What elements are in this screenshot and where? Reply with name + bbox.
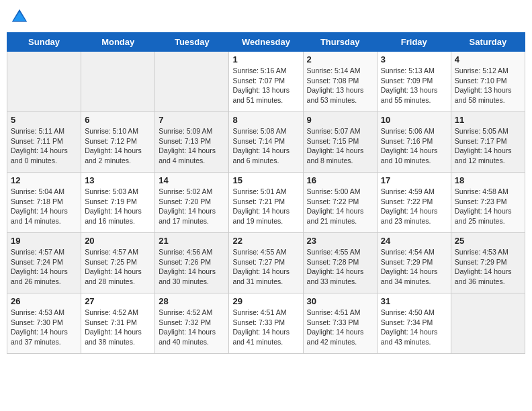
calendar-table: SundayMondayTuesdayWednesdayThursdayFrid… (7, 32, 525, 354)
day-info: Sunrise: 4:54 AMSunset: 7:29 PMDaylight:… (381, 247, 447, 287)
day-info: Sunrise: 5:05 AMSunset: 7:17 PMDaylight:… (455, 126, 521, 166)
day-number: 2 (307, 54, 373, 64)
day-info: Sunrise: 5:14 AMSunset: 7:08 PMDaylight:… (307, 66, 373, 105)
calendar-cell: 7Sunrise: 5:09 AMSunset: 7:13 PMDaylight… (155, 112, 229, 173)
day-number: 19 (11, 236, 77, 246)
weekday-header: Friday (377, 33, 451, 52)
calendar-cell: 29Sunrise: 4:51 AMSunset: 7:33 PMDayligh… (229, 293, 303, 354)
calendar-cell: 26Sunrise: 4:53 AMSunset: 7:30 PMDayligh… (7, 293, 81, 354)
day-info: Sunrise: 4:57 AMSunset: 7:25 PMDaylight:… (85, 247, 151, 287)
day-number: 10 (381, 115, 447, 125)
day-number: 13 (85, 175, 151, 185)
calendar-cell: 16Sunrise: 5:00 AMSunset: 7:22 PMDayligh… (303, 173, 377, 233)
day-info: Sunrise: 5:00 AMSunset: 7:22 PMDaylight:… (307, 187, 373, 226)
day-number: 7 (159, 115, 225, 125)
calendar-cell: 15Sunrise: 5:01 AMSunset: 7:21 PMDayligh… (229, 173, 303, 233)
day-number: 12 (11, 175, 77, 185)
calendar-week-row: 5Sunrise: 5:11 AMSunset: 7:11 PMDaylight… (7, 112, 525, 173)
weekday-header: Sunday (7, 33, 81, 52)
day-number: 16 (307, 175, 373, 185)
calendar-cell: 4Sunrise: 5:12 AMSunset: 7:10 PMDaylight… (451, 52, 525, 112)
day-info: Sunrise: 4:59 AMSunset: 7:22 PMDaylight:… (381, 187, 447, 226)
calendar-cell: 30Sunrise: 4:51 AMSunset: 7:33 PMDayligh… (303, 293, 377, 354)
day-info: Sunrise: 4:55 AMSunset: 7:27 PMDaylight:… (232, 247, 299, 287)
logo-icon (9, 7, 30, 27)
day-info: Sunrise: 5:07 AMSunset: 7:15 PMDaylight:… (307, 126, 373, 166)
calendar-cell (155, 52, 229, 112)
calendar-cell: 22Sunrise: 4:55 AMSunset: 7:27 PMDayligh… (229, 233, 303, 293)
calendar-cell: 23Sunrise: 4:55 AMSunset: 7:28 PMDayligh… (303, 233, 377, 293)
day-number: 30 (307, 296, 373, 306)
day-number: 15 (232, 175, 299, 185)
day-info: Sunrise: 4:57 AMSunset: 7:24 PMDaylight:… (11, 247, 77, 287)
calendar-cell (81, 52, 155, 112)
calendar-cell: 31Sunrise: 4:50 AMSunset: 7:34 PMDayligh… (377, 293, 451, 354)
calendar-week-row: 26Sunrise: 4:53 AMSunset: 7:30 PMDayligh… (7, 293, 525, 354)
day-number: 24 (381, 236, 447, 246)
weekday-header: Thursday (303, 33, 377, 52)
calendar-week-row: 19Sunrise: 4:57 AMSunset: 7:24 PMDayligh… (7, 233, 525, 293)
calendar-header-row: SundayMondayTuesdayWednesdayThursdayFrid… (7, 33, 525, 52)
day-number: 25 (455, 236, 521, 246)
calendar-cell (7, 52, 81, 112)
calendar-cell: 13Sunrise: 5:03 AMSunset: 7:19 PMDayligh… (81, 173, 155, 233)
day-info: Sunrise: 4:58 AMSunset: 7:23 PMDaylight:… (455, 187, 521, 226)
calendar-week-row: 1Sunrise: 5:16 AMSunset: 7:07 PMDaylight… (7, 52, 525, 112)
day-number: 8 (232, 115, 299, 125)
calendar-cell: 3Sunrise: 5:13 AMSunset: 7:09 PMDaylight… (377, 52, 451, 112)
day-info: Sunrise: 5:03 AMSunset: 7:19 PMDaylight:… (85, 187, 151, 226)
day-info: Sunrise: 4:52 AMSunset: 7:32 PMDaylight:… (159, 308, 225, 347)
weekday-header: Wednesday (229, 33, 303, 52)
day-number: 11 (455, 115, 521, 125)
day-number: 27 (85, 296, 151, 306)
day-number: 1 (232, 54, 299, 64)
day-number: 22 (232, 236, 299, 246)
calendar-cell: 24Sunrise: 4:54 AMSunset: 7:29 PMDayligh… (377, 233, 451, 293)
calendar-cell: 10Sunrise: 5:06 AMSunset: 7:16 PMDayligh… (377, 112, 451, 173)
calendar-cell: 12Sunrise: 5:04 AMSunset: 7:18 PMDayligh… (7, 173, 81, 233)
day-number: 9 (307, 115, 373, 125)
day-number: 26 (11, 296, 77, 306)
calendar-week-row: 12Sunrise: 5:04 AMSunset: 7:18 PMDayligh… (7, 173, 525, 233)
day-number: 21 (159, 236, 225, 246)
day-number: 28 (159, 296, 225, 306)
calendar-cell: 6Sunrise: 5:10 AMSunset: 7:12 PMDaylight… (81, 112, 155, 173)
day-number: 17 (381, 175, 447, 185)
day-info: Sunrise: 5:12 AMSunset: 7:10 PMDaylight:… (455, 66, 521, 105)
day-info: Sunrise: 5:01 AMSunset: 7:21 PMDaylight:… (232, 187, 299, 226)
day-info: Sunrise: 5:04 AMSunset: 7:18 PMDaylight:… (11, 187, 77, 226)
day-info: Sunrise: 4:50 AMSunset: 7:34 PMDaylight:… (381, 308, 447, 347)
calendar-cell: 17Sunrise: 4:59 AMSunset: 7:22 PMDayligh… (377, 173, 451, 233)
day-info: Sunrise: 5:10 AMSunset: 7:12 PMDaylight:… (85, 126, 151, 166)
day-info: Sunrise: 4:55 AMSunset: 7:28 PMDaylight:… (307, 247, 373, 287)
logo (9, 7, 32, 27)
day-info: Sunrise: 4:53 AMSunset: 7:29 PMDaylight:… (455, 247, 521, 287)
calendar-cell: 20Sunrise: 4:57 AMSunset: 7:25 PMDayligh… (81, 233, 155, 293)
day-number: 29 (232, 296, 299, 306)
calendar-cell: 9Sunrise: 5:07 AMSunset: 7:15 PMDaylight… (303, 112, 377, 173)
weekday-header: Monday (81, 33, 155, 52)
calendar-cell: 28Sunrise: 4:52 AMSunset: 7:32 PMDayligh… (155, 293, 229, 354)
calendar-cell: 5Sunrise: 5:11 AMSunset: 7:11 PMDaylight… (7, 112, 81, 173)
day-number: 6 (85, 115, 151, 125)
weekday-header: Saturday (451, 33, 525, 52)
day-number: 3 (381, 54, 447, 64)
day-info: Sunrise: 4:53 AMSunset: 7:30 PMDaylight:… (11, 308, 77, 347)
calendar-cell: 8Sunrise: 5:08 AMSunset: 7:14 PMDaylight… (229, 112, 303, 173)
day-info: Sunrise: 5:13 AMSunset: 7:09 PMDaylight:… (381, 66, 447, 105)
day-number: 18 (455, 175, 521, 185)
calendar-cell (451, 293, 525, 354)
calendar-cell: 11Sunrise: 5:05 AMSunset: 7:17 PMDayligh… (451, 112, 525, 173)
calendar-cell: 18Sunrise: 4:58 AMSunset: 7:23 PMDayligh… (451, 173, 525, 233)
calendar-cell: 1Sunrise: 5:16 AMSunset: 7:07 PMDaylight… (229, 52, 303, 112)
calendar-cell: 27Sunrise: 4:52 AMSunset: 7:31 PMDayligh… (81, 293, 155, 354)
day-info: Sunrise: 5:08 AMSunset: 7:14 PMDaylight:… (232, 126, 299, 166)
day-info: Sunrise: 4:51 AMSunset: 7:33 PMDaylight:… (307, 308, 373, 347)
calendar-cell: 25Sunrise: 4:53 AMSunset: 7:29 PMDayligh… (451, 233, 525, 293)
day-number: 4 (455, 54, 521, 64)
calendar-cell: 21Sunrise: 4:56 AMSunset: 7:26 PMDayligh… (155, 233, 229, 293)
calendar-cell: 14Sunrise: 5:02 AMSunset: 7:20 PMDayligh… (155, 173, 229, 233)
day-info: Sunrise: 5:09 AMSunset: 7:13 PMDaylight:… (159, 126, 225, 166)
day-info: Sunrise: 4:52 AMSunset: 7:31 PMDaylight:… (85, 308, 151, 347)
day-number: 23 (307, 236, 373, 246)
